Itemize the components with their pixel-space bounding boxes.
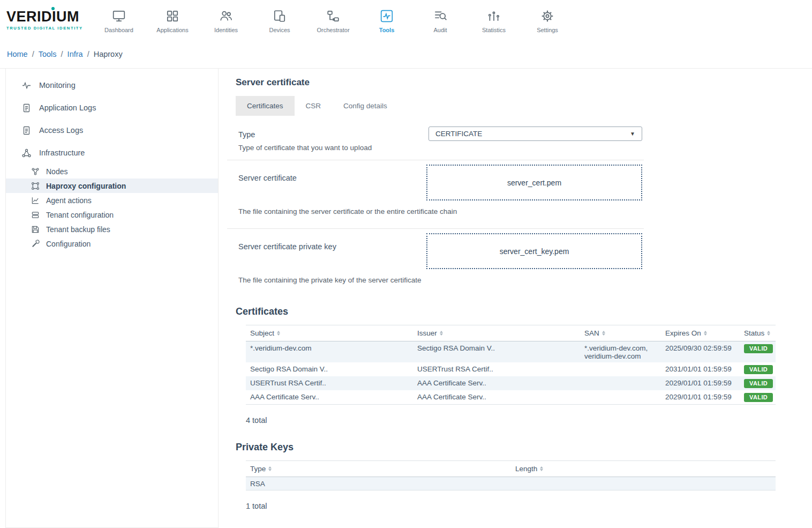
cell-expires: 2031/01/01 01:59:59 [661, 362, 740, 376]
sort-icon[interactable] [602, 331, 605, 336]
audit-icon [433, 9, 447, 23]
nav-item-applications[interactable]: Applications [146, 7, 199, 33]
cell-subject: USERTrust RSA Certif.. [246, 376, 413, 390]
sidebar-item-label: Configuration [46, 240, 91, 248]
chevron-down-icon: ▼ [630, 131, 635, 137]
nodes-icon [31, 167, 40, 176]
status-badge: VALID [744, 365, 773, 374]
certificates-section-title: Certificates [236, 306, 812, 317]
nav-label: Settings [537, 27, 558, 33]
sidebar-item-label: Application Logs [39, 103, 96, 112]
sidebar-item-access-logs[interactable]: Access Logs [6, 119, 218, 142]
cell-subject: *.veridium-dev.com [246, 341, 413, 363]
table-row: *.veridium-dev.com Sectigo RSA Domain V.… [246, 341, 776, 363]
nav-item-devices[interactable]: Devices [253, 7, 306, 33]
server-certificate-filename: server_cert.pem [507, 179, 561, 187]
private-key-helper-text: The file containing the private key of t… [238, 276, 421, 284]
nav-item-statistics[interactable]: Statistics [467, 7, 521, 33]
sidebar-item-application-logs[interactable]: Application Logs [6, 96, 218, 119]
dashboard-icon [112, 9, 126, 23]
cell-subject: Sectigo RSA Domain V.. [246, 362, 413, 376]
breadcrumb-current: Haproxy [94, 50, 123, 58]
breadcrumb-separator: / [32, 50, 34, 58]
cell-status: VALID [740, 390, 776, 405]
certificate-type-select[interactable]: CERTIFICATE ▼ [428, 127, 642, 141]
table-header-row: Subject Issuer SAN Expires On Status [246, 325, 776, 341]
breadcrumb-tools[interactable]: Tools [39, 50, 57, 58]
server-certificate-dropzone[interactable]: server_cert.pem [426, 165, 642, 200]
cell-san [580, 362, 661, 376]
devices-icon [273, 9, 287, 23]
sidebar-item-agent-actions[interactable]: Agent actions [6, 193, 218, 207]
sidebar-item-tenant-configuration[interactable]: Tenant configuration [6, 207, 218, 222]
sort-icon[interactable] [704, 331, 707, 336]
cell-status: VALID [740, 376, 776, 390]
sort-icon[interactable] [540, 466, 543, 472]
sort-icon[interactable] [277, 331, 280, 336]
cell-san [580, 376, 661, 390]
column-header-status[interactable]: Status [740, 325, 776, 341]
column-header-type[interactable]: Type [246, 461, 511, 477]
logo-tagline: TRUSTED DIGITAL IDENTITY [6, 26, 92, 31]
table-row: USERTrust RSA Certif.. AAA Certificate S… [246, 376, 776, 390]
tab-certificates[interactable]: Certificates [236, 96, 295, 116]
server-certificate-label: Server certificate [238, 174, 297, 182]
column-header-issuer[interactable]: Issuer [413, 325, 580, 341]
statistics-icon [487, 9, 501, 23]
breadcrumb-infra[interactable]: Infra [67, 50, 83, 58]
sidebar-item-infrastructure[interactable]: Infrastructure [6, 142, 218, 164]
private-keys-table: Type Length RSA [246, 460, 776, 490]
nav-item-dashboard[interactable]: Dashboard [92, 7, 146, 33]
sidebar-item-label: Access Logs [39, 126, 83, 135]
nav-item-settings[interactable]: Settings [521, 7, 574, 33]
private-key-dropzone[interactable]: server_cert_key.pem [426, 233, 642, 269]
table-row: RSA [246, 477, 776, 490]
main-nav: Dashboard Applications Identities Device… [92, 7, 574, 33]
top-navigation: VERIDIUM TRUSTED DIGITAL IDENTITY Dashbo… [0, 0, 812, 40]
wrench-icon [31, 240, 40, 248]
status-badge: VALID [744, 393, 773, 402]
settings-gear-icon [540, 9, 554, 23]
column-header-length[interactable]: Length [511, 461, 776, 477]
sidebar-item-haproxy-configuration[interactable]: Haproxy configuration [6, 179, 218, 193]
nav-item-identities[interactable]: Identities [199, 7, 253, 33]
status-badge: VALID [744, 379, 773, 388]
type-helper-text: Type of certificate that you want to upl… [238, 144, 812, 152]
nav-item-orchestrator[interactable]: Orchestrator [306, 7, 360, 33]
table-row: Sectigo RSA Domain V.. USERTrust RSA Cer… [246, 362, 776, 376]
cell-issuer: AAA Certificate Serv.. [413, 390, 580, 405]
monitoring-pulse-icon [22, 81, 31, 90]
logo-wordmark: VERIDIUM [6, 10, 92, 24]
file-text-icon [22, 103, 31, 113]
cell-san: *.veridium-dev.com, veridium-dev.com [580, 341, 661, 363]
column-header-subject[interactable]: Subject [246, 325, 413, 341]
column-header-expires-on[interactable]: Expires On [661, 325, 740, 341]
tab-csr[interactable]: CSR [295, 96, 333, 116]
logo-dot [51, 7, 55, 10]
nav-item-audit[interactable]: Audit [413, 7, 467, 33]
breadcrumb: Home / Tools / Infra / Haproxy [0, 40, 812, 68]
nav-item-tools[interactable]: Tools [360, 7, 413, 33]
sidebar-item-tenant-backup-files[interactable]: Tenant backup files [6, 222, 218, 236]
sort-icon[interactable] [767, 331, 770, 336]
sort-icon[interactable] [440, 331, 443, 336]
sort-icon[interactable] [268, 466, 272, 472]
breadcrumb-home[interactable]: Home [7, 50, 28, 58]
sidebar-item-nodes[interactable]: Nodes [6, 164, 218, 179]
nav-label: Audit [433, 27, 447, 33]
private-key-filename: server_cert_key.pem [500, 247, 569, 256]
nav-label: Statistics [482, 27, 506, 33]
veridium-logo[interactable]: VERIDIUM TRUSTED DIGITAL IDENTITY [6, 10, 92, 31]
sidebar-item-label: Nodes [46, 167, 67, 176]
sidebar-item-label: Agent actions [46, 196, 92, 205]
file-text-icon [22, 126, 31, 135]
sidebar-item-label: Monitoring [39, 81, 76, 90]
sidebar-item-configuration[interactable]: Configuration [6, 236, 218, 251]
status-badge: VALID [744, 344, 773, 353]
tab-config-details[interactable]: Config details [332, 96, 399, 116]
sidebar-item-monitoring[interactable]: Monitoring [6, 74, 218, 96]
network-icon [22, 148, 31, 158]
column-header-san[interactable]: SAN [580, 325, 661, 341]
orchestrator-icon [326, 9, 340, 23]
cell-subject: AAA Certificate Serv.. [246, 390, 413, 405]
